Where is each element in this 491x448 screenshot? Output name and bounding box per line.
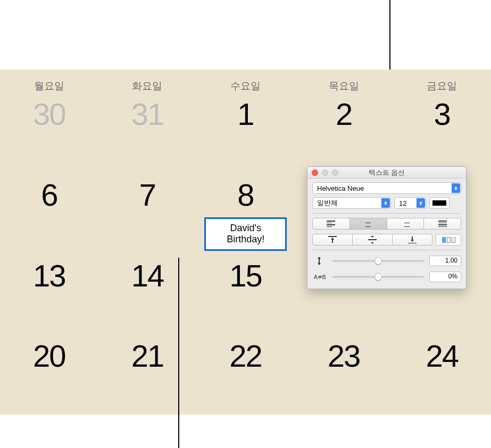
weekday-header: 금요일 <box>393 70 491 92</box>
font-family-value: Helvetica Neue <box>317 184 364 192</box>
align-justify-icon <box>438 221 447 227</box>
day-number: 6 <box>41 177 57 213</box>
divider <box>312 250 461 250</box>
event-text-box[interactable]: David's Birthday! <box>204 217 287 251</box>
day-number: 14 <box>131 258 164 293</box>
day-number: 13 <box>33 258 65 293</box>
weekday-header-row: 월요일 화요일 수요일 목요일 금요일 <box>0 70 491 92</box>
day-number: 31 <box>131 96 164 132</box>
divider <box>312 213 461 214</box>
font-size-select[interactable]: 12 <box>394 197 426 209</box>
font-style-select[interactable]: 일반체 <box>312 197 391 209</box>
char-spacing-value[interactable]: 0% <box>429 272 461 282</box>
day-number: 24 <box>426 338 458 374</box>
valign-top-button[interactable] <box>312 234 353 246</box>
callout-line-bottom <box>178 258 179 448</box>
align-center-icon <box>364 221 372 227</box>
day-cell[interactable]: 7 <box>98 173 197 253</box>
day-cell[interactable]: 21 <box>98 334 197 415</box>
day-number: 15 <box>229 258 262 293</box>
dropdown-stepper-icon <box>452 183 460 193</box>
char-spacing-icon: AB <box>312 274 327 280</box>
line-spacing-icon <box>312 257 327 265</box>
panel-titlebar[interactable]: 텍스트 옵션 <box>307 167 466 179</box>
weekday-header: 화요일 <box>98 70 197 92</box>
align-right-icon <box>401 221 410 227</box>
font-size-value: 12 <box>399 199 406 207</box>
week-row: 30 31 1 2 3 <box>0 92 491 173</box>
columns-select[interactable] <box>436 234 461 246</box>
align-right-button[interactable] <box>387 218 425 230</box>
day-cell[interactable]: 22 <box>196 334 295 415</box>
weekday-header: 월요일 <box>0 70 98 92</box>
minimize-button[interactable] <box>322 170 328 176</box>
align-left-icon <box>327 221 335 227</box>
valign-top-icon <box>328 236 337 243</box>
day-number: 22 <box>229 338 262 374</box>
slider-thumb[interactable] <box>375 257 382 265</box>
day-number: 7 <box>139 177 155 213</box>
font-style-value: 일반체 <box>317 198 338 208</box>
panel-body: Helvetica Neue 일반체 12 <box>307 179 466 289</box>
day-cell[interactable]: 23 <box>295 334 393 415</box>
dropdown-stepper-icon <box>452 235 460 244</box>
line-spacing-row: 1.00 <box>312 256 461 266</box>
day-number: 1 <box>237 96 253 132</box>
valign-middle-button[interactable] <box>352 234 393 246</box>
day-cell[interactable]: 20 <box>0 334 98 415</box>
event-text-line: David's <box>230 223 261 233</box>
week-row: 20 21 22 23 24 <box>0 334 491 415</box>
close-button[interactable] <box>312 170 318 176</box>
day-cell[interactable]: 30 <box>0 92 98 173</box>
line-spacing-slider[interactable] <box>332 260 424 262</box>
day-number: 2 <box>336 96 352 132</box>
char-spacing-row: AB 0% <box>312 272 461 282</box>
day-number: 3 <box>434 96 450 132</box>
weekday-header: 수요일 <box>196 70 295 92</box>
day-cell[interactable]: 31 <box>98 92 197 173</box>
text-options-panel: 텍스트 옵션 Helvetica Neue 일반체 12 <box>307 166 467 289</box>
color-swatch-icon <box>432 200 446 206</box>
horizontal-align-group <box>312 218 461 230</box>
zoom-button[interactable] <box>332 170 338 176</box>
day-cell[interactable]: 8 David's Birthday! <box>196 173 295 253</box>
day-cell[interactable]: 1 <box>196 92 295 173</box>
align-justify-button[interactable] <box>423 218 461 230</box>
day-number: 23 <box>328 338 360 374</box>
text-color-well[interactable] <box>429 197 450 209</box>
window-controls <box>312 170 338 176</box>
day-cell[interactable]: 6 <box>0 173 98 253</box>
font-family-select[interactable]: Helvetica Neue <box>312 182 461 194</box>
line-spacing-value[interactable]: 1.00 <box>429 256 461 266</box>
day-cell[interactable]: 14 <box>98 253 197 334</box>
valign-bottom-button[interactable] <box>392 234 432 246</box>
day-number: 21 <box>131 338 164 374</box>
day-number: 8 <box>237 177 253 213</box>
valign-bottom-icon <box>408 236 417 243</box>
day-cell[interactable]: 3 <box>393 92 491 173</box>
slider-thumb[interactable] <box>375 273 382 281</box>
event-text-line: Birthday! <box>227 234 264 244</box>
dropdown-stepper-icon <box>417 198 425 208</box>
day-cell[interactable]: 13 <box>0 253 98 334</box>
weekday-header: 목요일 <box>295 70 393 92</box>
day-number: 20 <box>33 338 65 374</box>
valign-middle-icon <box>368 236 377 243</box>
day-cell[interactable]: 15 <box>196 253 295 334</box>
align-left-button[interactable] <box>312 218 350 230</box>
char-spacing-slider[interactable] <box>332 276 424 278</box>
dropdown-stepper-icon <box>381 198 390 208</box>
day-cell[interactable]: 2 <box>295 92 393 173</box>
align-center-button[interactable] <box>349 218 387 230</box>
vertical-align-group <box>312 234 432 246</box>
day-cell[interactable]: 24 <box>393 334 491 415</box>
day-number: 30 <box>33 96 65 132</box>
